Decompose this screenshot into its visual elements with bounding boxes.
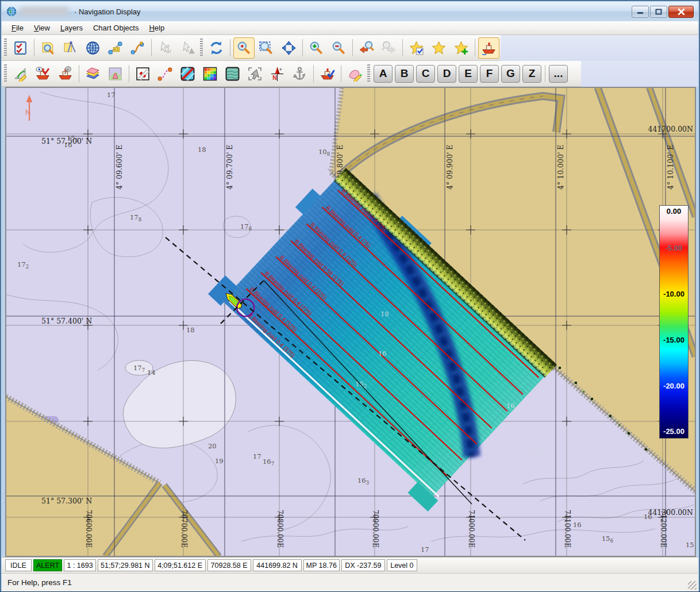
route-icon: [130, 40, 145, 56]
maximize-button[interactable]: [650, 6, 667, 18]
edit-objects-button[interactable]: [344, 63, 366, 84]
svg-text:70900.00E: 70900.00E: [371, 510, 379, 548]
zoom-select-button[interactable]: [233, 37, 255, 59]
zoom-out-button[interactable]: [328, 37, 349, 59]
colorbar-label: -25.00: [660, 427, 688, 436]
bookmark-add-button[interactable]: [451, 37, 472, 59]
colorbar-label: 0.00: [660, 207, 688, 216]
zoom-in-button[interactable]: [306, 37, 327, 59]
protractor-icon: [13, 66, 28, 82]
seafloor-icon: [225, 66, 240, 82]
show-targets-button[interactable]: [132, 63, 153, 84]
minimize-button[interactable]: [632, 6, 649, 18]
zoom-next-button[interactable]: [378, 37, 399, 59]
survey-checklist-button[interactable]: [10, 37, 31, 59]
preset-a-button[interactable]: A: [374, 65, 393, 83]
svg-text:4° 10.100' E: 4° 10.100' E: [666, 145, 675, 190]
title-bar[interactable]: · Navigation Display: [2, 2, 698, 21]
help-bar: For Help, press F1: [2, 573, 698, 591]
color-matrix-button[interactable]: [199, 63, 221, 84]
svg-text:20: 20: [208, 442, 217, 450]
compass-icon: [63, 40, 78, 56]
svg-text:17: 17: [421, 545, 429, 553]
pan-button[interactable]: [278, 37, 299, 59]
layers-icon: [85, 66, 101, 82]
toolbar-separator: [313, 65, 314, 82]
svg-text:70700.00E: 70700.00E: [180, 510, 188, 548]
menu-layers[interactable]: Layers: [55, 22, 88, 34]
route-points-button[interactable]: [127, 37, 148, 59]
preset-z-button[interactable]: Z: [522, 65, 541, 83]
toolbar-gripper[interactable]: [200, 39, 203, 57]
colorbar-label: -5.00: [660, 244, 688, 252]
zoom-target-icon: [236, 40, 252, 56]
menu-view[interactable]: View: [29, 22, 55, 34]
cursor-anchor-icon: [157, 40, 173, 56]
vessel-sonar-button[interactable]: [55, 63, 76, 84]
anchor-watch-button[interactable]: [289, 63, 310, 84]
toolbar-gripper[interactable]: [367, 64, 370, 83]
follow-vessel-button[interactable]: [478, 37, 499, 59]
svg-text:N: N: [272, 74, 277, 80]
cursor-track-button[interactable]: [244, 63, 266, 84]
boat-sonar-icon: [57, 66, 73, 82]
bookmark-check-button[interactable]: [406, 37, 427, 59]
select-anchor-button[interactable]: [155, 37, 176, 59]
svg-text:4° 09.700' E: 4° 09.700' E: [225, 145, 234, 190]
svg-text:14: 14: [147, 368, 156, 376]
svg-text:4° 09.600' E: 4° 09.600' E: [115, 145, 124, 190]
pan-icon: [281, 40, 297, 56]
chart-view[interactable]: 70600.00E70700.00E70800.00E70900.00E7100…: [5, 87, 696, 557]
preset-c-button[interactable]: C: [416, 65, 435, 83]
status-cell-3: 51;57;29.981 N: [98, 559, 153, 571]
zoom-prev-icon: [359, 40, 374, 56]
preset-e-button[interactable]: E: [459, 65, 478, 83]
svg-text:51° 57.300' N: 51° 57.300' N: [41, 497, 92, 505]
chart-canvas[interactable]: 70600.00E70700.00E70800.00E70900.00E7100…: [6, 87, 695, 556]
svg-text:71100.00E: 71100.00E: [563, 510, 571, 548]
bookmark-button[interactable]: [428, 37, 449, 59]
svg-text:71000.00E: 71000.00E: [467, 510, 475, 548]
menu-chart-objects[interactable]: Chart Objects: [88, 22, 144, 34]
menu-help[interactable]: Help: [144, 22, 170, 34]
svg-text:N: N: [25, 108, 30, 117]
toolbar-separator: [402, 39, 403, 56]
preset-b-button[interactable]: B: [395, 65, 414, 83]
world-overview-button[interactable]: [82, 37, 103, 59]
preset-f-button[interactable]: F: [480, 65, 499, 83]
show-seafloor-button[interactable]: [222, 63, 243, 84]
resize-grip[interactable]: [688, 581, 697, 590]
edit-route-button[interactable]: [155, 63, 176, 84]
menu-file[interactable]: File: [6, 22, 29, 34]
svg-text:441700.00N: 441700.00N: [648, 125, 693, 133]
preset-g-button[interactable]: G: [501, 65, 520, 83]
window-title: · Navigation Display: [74, 7, 141, 16]
toolbar-gripper[interactable]: [4, 64, 7, 83]
toolbar-gripper[interactable]: [4, 39, 7, 57]
vessel-view-button[interactable]: [32, 63, 53, 84]
chart-layers-button[interactable]: [82, 63, 103, 84]
draw-measure-button[interactable]: [10, 63, 31, 84]
zoom-previous-button[interactable]: [356, 37, 377, 59]
north-arrow-button[interactable]: N+: [267, 63, 288, 84]
show-swath-button[interactable]: [177, 63, 198, 84]
close-button[interactable]: [668, 6, 694, 18]
measure-distance-button[interactable]: 6.2: [105, 37, 126, 59]
colorbar-label: -10.00: [660, 290, 688, 298]
select-target-button[interactable]: [177, 37, 198, 59]
dividers-button[interactable]: [60, 37, 81, 59]
globe-app-icon: [6, 6, 17, 17]
chart-display-button[interactable]: [105, 63, 126, 84]
note-search-icon: [40, 40, 56, 56]
toolbar1-filler: [501, 35, 698, 61]
zoom-window-button[interactable]: [256, 37, 277, 59]
vessel-check-button[interactable]: [317, 63, 338, 84]
svg-text:17: 17: [253, 452, 261, 460]
svg-text:4° 10.000' E: 4° 10.000' E: [556, 145, 565, 190]
preset-more-button[interactable]: ...: [549, 65, 568, 83]
toolbar2-filler: [581, 61, 698, 87]
refresh-button[interactable]: [206, 37, 227, 59]
chart-notes-button[interactable]: [37, 37, 59, 59]
preset-d-button[interactable]: D: [437, 65, 456, 83]
toolbar-separator: [230, 39, 230, 56]
